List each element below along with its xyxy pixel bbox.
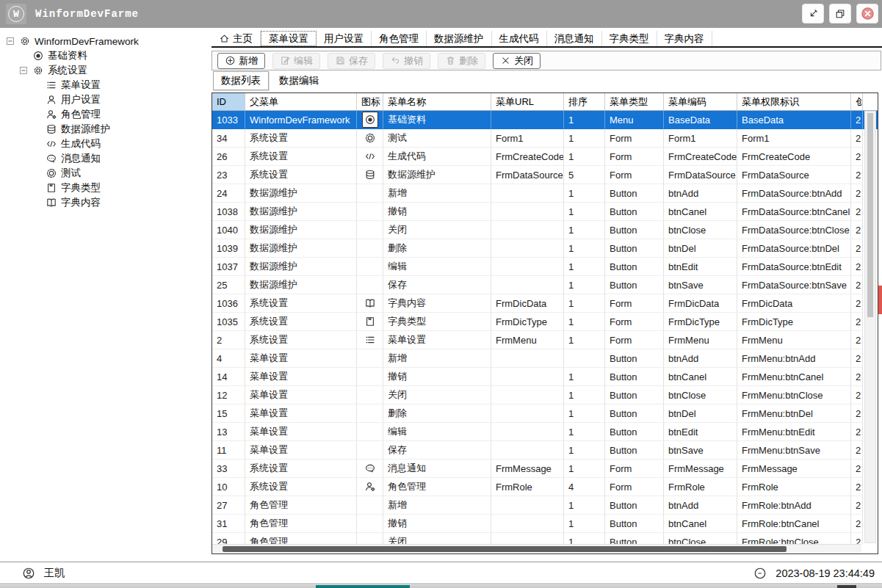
table-row[interactable]: 1037数据源维护编辑1ButtonbtnEditFrmDataSource:b… <box>212 258 878 276</box>
column-header-id[interactable]: ID <box>212 93 245 110</box>
subtab-data-list[interactable]: 数据列表 <box>213 71 269 90</box>
tree-item-user-settings[interactable]: 用户设置 <box>0 92 211 107</box>
table-row[interactable]: 34系统设置测试Form11FormForm1Form12 <box>212 129 878 148</box>
cell-text: 关闭 <box>388 388 407 402</box>
table-row[interactable]: 14菜单设置撤销1ButtonbtnCanelFrmMenu:btnCanel2 <box>212 368 878 386</box>
table-row[interactable]: 1039数据源维护删除1ButtonbtnDelFrmDataSource:bt… <box>212 239 878 258</box>
cell-sort: 1 <box>564 496 605 515</box>
cell-icon <box>357 331 383 349</box>
titlebar[interactable]: W WinformDevFarme <box>0 0 882 28</box>
table-row[interactable]: 11菜单设置保存1ButtonbtnSaveFrmMenu:btnSave2 <box>212 441 878 460</box>
restore-button[interactable] <box>829 4 851 23</box>
tree-item-code-generation[interactable]: 生成代码 <box>0 137 211 151</box>
table-row[interactable]: 1036系统设置字典内容FrmDicData1FormFrmDicDataFrm… <box>212 294 878 313</box>
table-row[interactable]: 10系统设置角色管理FrmRole4FormFrmRoleFrmRole2 <box>212 478 878 496</box>
table-row[interactable]: 4菜单设置新增ButtonbtnAddFrmMenu:btnAdd2 <box>212 349 878 368</box>
cell-text: FrmMessage <box>668 463 724 474</box>
column-header-code[interactable]: 菜单编码 <box>664 93 737 110</box>
table-row[interactable]: 29角色管理关闭1ButtonbtnCloseFrmRole:btnClose2 <box>212 533 878 544</box>
cell-text: FrmDataSource:btnClose <box>742 225 850 236</box>
tree-item-dict-content[interactable]: 字典内容 <box>0 195 211 210</box>
cell-text: 25 <box>217 280 227 291</box>
table-row[interactable]: 33系统设置消息通知FrmMessage1FormFrmMessageFrmMe… <box>212 460 878 478</box>
collapse-box-icon[interactable] <box>6 37 15 46</box>
table-row[interactable]: 24数据源维护新增1ButtonbtnAddFrmDataSource:btnA… <box>212 184 878 203</box>
table-row[interactable]: 1033WinformDevFramework基础资料1MenuBaseData… <box>212 111 878 129</box>
table-row[interactable]: 1040数据源维护关闭1ButtonbtnCloseFrmDataSource:… <box>212 221 878 239</box>
cell-name: 菜单设置 <box>383 331 491 349</box>
table-row[interactable]: 13菜单设置编辑1ButtonbtnEditFrmMenu:btnEdit2 <box>212 423 878 441</box>
cell-text: 字典内容 <box>388 297 426 310</box>
table-row[interactable]: 2系统设置菜单设置FrmMenu1FormFrmMenuFrmMenu2 <box>212 331 878 349</box>
undo-button[interactable]: 撤销 <box>383 53 430 69</box>
close-button[interactable] <box>856 4 878 23</box>
tree-item-label: 角色管理 <box>61 108 101 121</box>
shrink-button[interactable] <box>802 4 824 23</box>
tab-user-settings[interactable]: 用户设置 <box>317 31 372 46</box>
collapse-box-icon[interactable] <box>19 66 28 75</box>
tree-item-system-settings[interactable]: 系统设置 <box>0 63 211 78</box>
column-header-sort[interactable]: 排序 <box>564 93 605 110</box>
column-header-perm[interactable]: 菜单权限标识 <box>737 93 851 110</box>
table-row[interactable]: 15菜单设置删除1ButtonbtnDelFrmMenu:btnDel2 <box>212 404 878 423</box>
close-button[interactable]: 关闭 <box>493 53 541 69</box>
tab-message-notice[interactable]: 消息通知 <box>547 31 602 46</box>
table-row[interactable]: 26系统设置生成代码FrmCreateCode1FormFrmCreateCod… <box>212 148 878 166</box>
tab-code-generation[interactable]: 生成代码 <box>492 31 547 46</box>
cell-text: FrmRole <box>496 482 532 493</box>
cell-type: Form <box>605 148 664 166</box>
column-header-extra[interactable]: 创 <box>851 93 863 110</box>
vertical-scrollbar[interactable] <box>864 111 876 543</box>
cell-text: btnAdd <box>668 500 698 511</box>
table-row[interactable]: 23系统设置数据源维护FrmDataSource5FormFrmDataSour… <box>212 166 878 184</box>
badge-icon <box>46 167 57 179</box>
cell-id: 1036 <box>212 294 245 313</box>
cell-type: Button <box>605 276 664 294</box>
tab-dict-content[interactable]: 字典内容 <box>657 31 712 46</box>
table-row[interactable]: 31角色管理撤销1ButtonbtnCanelFrmRole:btnCanel2 <box>212 515 878 533</box>
status-datetime: 2023-08-19 23:44:49 <box>776 567 875 579</box>
cell-text: 31 <box>217 518 227 529</box>
cell-parent: 数据源维护 <box>245 184 357 203</box>
cell-text: FrmRole <box>668 482 705 493</box>
tree-item-dict-type[interactable]: 字典类型 <box>0 181 211 195</box>
column-header-icon[interactable]: 图标 <box>357 93 383 110</box>
vertical-scrollbar-thumb[interactable] <box>867 113 873 317</box>
tree-item-root[interactable]: WinformDevFramework <box>0 34 211 48</box>
delete-button[interactable]: 删除 <box>438 53 485 69</box>
cell-text: FrmDataSource:btnCanel <box>742 206 850 217</box>
tree-item-base-data[interactable]: 基础资料 <box>0 48 211 63</box>
column-header-type[interactable]: 菜单类型 <box>605 93 664 110</box>
tree-item-test[interactable]: 测试 <box>0 166 211 181</box>
tab-role-management[interactable]: 角色管理 <box>372 31 427 46</box>
table-row[interactable]: 25数据源维护保存1ButtonbtnSaveFrmDataSource:btn… <box>212 276 878 294</box>
tab-datasource-maintenance[interactable]: 数据源维护 <box>427 31 492 46</box>
edit-button[interactable]: 编辑 <box>272 53 320 69</box>
cell-type: Form <box>605 331 664 349</box>
current-user-label: 王凯 <box>44 567 65 580</box>
table-row[interactable]: 1038数据源维护撤销1ButtonbtnCanelFrmDataSource:… <box>212 203 878 221</box>
tree-item-datasource-maintenance[interactable]: 数据源维护 <box>0 122 211 137</box>
cell-url <box>491 533 564 544</box>
add-button[interactable]: 新增 <box>217 53 265 69</box>
table-row[interactable]: 1035系统设置字典类型FrmDicType1FormFrmDicTypeFrm… <box>212 313 878 331</box>
cell-url <box>491 423 564 441</box>
table-row[interactable]: 27角色管理新增1ButtonbtnAddFrmRole:btnAdd2 <box>212 496 878 515</box>
column-header-url[interactable]: 菜单URL <box>491 93 564 110</box>
tab-dict-type[interactable]: 字典类型 <box>602 31 657 46</box>
column-header-parent[interactable]: 父菜单 <box>245 93 357 110</box>
tab-menu-settings[interactable]: 菜单设置 <box>261 31 317 46</box>
status-bar: 王凯 2023-08-19 23:44:49 <box>0 562 882 584</box>
horizontal-scrollbar[interactable] <box>212 544 861 553</box>
column-header-name[interactable]: 菜单名称 <box>383 93 491 110</box>
table-row[interactable]: 12菜单设置关闭1ButtonbtnCloseFrmMenu:btnClose2 <box>212 386 878 404</box>
horizontal-scrollbar-thumb[interactable] <box>223 546 787 552</box>
tree-item-menu-settings[interactable]: 菜单设置 <box>0 78 211 92</box>
cell-text: 编辑 <box>388 425 407 438</box>
tree-item-message-notice[interactable]: 消息通知 <box>0 151 211 166</box>
subtab-data-edit[interactable]: 数据编辑 <box>272 71 326 90</box>
tree-item-role-management[interactable]: 角色管理 <box>0 107 211 122</box>
cell-code: btnClose <box>664 386 737 404</box>
save-button[interactable]: 保存 <box>328 53 375 69</box>
tab-home[interactable]: 主页 <box>212 31 261 46</box>
